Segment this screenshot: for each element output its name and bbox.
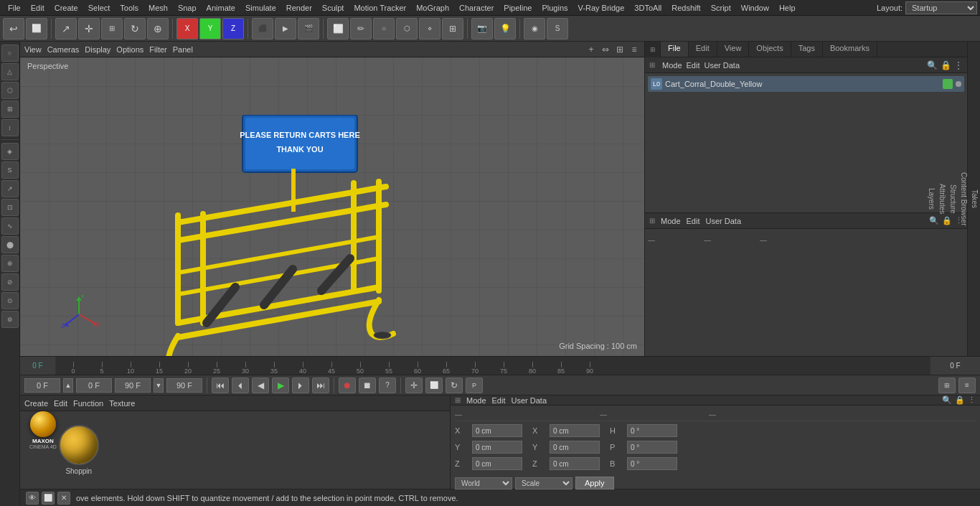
- attr-sub-mode[interactable]: Mode: [661, 217, 681, 225]
- attr-pos-y[interactable]: [472, 441, 522, 454]
- y-axis-button[interactable]: Y: [199, 18, 221, 39]
- menu-simulate[interactable]: Simulate: [240, 2, 281, 14]
- rvt-takes[interactable]: Takes: [969, 184, 980, 214]
- attr-size-z[interactable]: [550, 457, 600, 470]
- viewport-icon-4[interactable]: ≡: [628, 44, 640, 55]
- deformer-button[interactable]: ⋄: [419, 18, 440, 39]
- light-button[interactable]: 💡: [494, 18, 516, 39]
- viewport-icon-3[interactable]: ⊞: [614, 44, 626, 55]
- rp-tab-edit[interactable]: Edit: [689, 42, 717, 57]
- sidebar-mode-5[interactable]: ↕: [1, 119, 19, 136]
- sidebar-tool-1[interactable]: ◈: [1, 143, 19, 160]
- attr-rot-p[interactable]: [627, 441, 677, 454]
- rp-tab-objects[interactable]: Objects: [749, 42, 791, 57]
- mat-create[interactable]: Create: [24, 399, 48, 408]
- pb-settings-button[interactable]: ≡: [958, 378, 976, 393]
- transform-select[interactable]: Scale Position Rotation: [515, 477, 573, 489]
- layout-select[interactable]: Startup: [905, 1, 977, 14]
- current-frame-input[interactable]: [24, 378, 60, 393]
- sidebar-tool-9[interactable]: ⊙: [1, 292, 19, 309]
- step-forward-button[interactable]: ⏵: [292, 378, 309, 393]
- array-button[interactable]: ⊞: [442, 18, 463, 39]
- menu-character[interactable]: Character: [454, 2, 499, 14]
- attr-more-icon[interactable]: ⋮: [968, 395, 976, 405]
- jump-start-button[interactable]: ⏮: [212, 378, 229, 393]
- rpt-mode[interactable]: Mode: [662, 61, 682, 70]
- status-cube-icon[interactable]: ⬜: [42, 492, 55, 505]
- viewport-icon-2[interactable]: ⇔: [600, 44, 611, 55]
- pb-grid-button[interactable]: ⊞: [938, 378, 956, 393]
- menu-help[interactable]: Help: [774, 2, 801, 14]
- rp-tab-tags[interactable]: Tags: [791, 42, 823, 57]
- apply-button[interactable]: Apply: [575, 477, 614, 489]
- attr-rot-h[interactable]: [627, 424, 677, 437]
- sidebar-tool-7[interactable]: ⊕: [1, 255, 19, 272]
- param-button[interactable]: P: [466, 378, 483, 393]
- viewport-canvas[interactable]: Perspective PLEASE RETURN CARTS HERE THA…: [20, 57, 644, 356]
- menu-vray[interactable]: V-Ray Bridge: [573, 2, 630, 14]
- menu-sculpt[interactable]: Sculpt: [317, 2, 349, 14]
- sidebar-tool-5[interactable]: ∿: [1, 217, 19, 235]
- sidebar-mode-2[interactable]: △: [1, 63, 19, 80]
- rvt-content-browser[interactable]: Content Browser: [958, 167, 969, 231]
- attr-rot-b[interactable]: [627, 457, 677, 470]
- sidebar-mode-4[interactable]: ⊞: [1, 100, 19, 118]
- frame-up-arrow[interactable]: ▲: [63, 378, 73, 393]
- mat-edit[interactable]: Edit: [54, 399, 67, 408]
- status-close-icon[interactable]: ✕: [57, 492, 70, 505]
- rpt-userdata[interactable]: User Data: [705, 61, 740, 70]
- attr-edit[interactable]: Edit: [492, 396, 506, 405]
- redo-button[interactable]: ⬜: [26, 18, 47, 39]
- menu-pipeline[interactable]: Pipeline: [499, 2, 537, 14]
- menu-render[interactable]: Render: [281, 2, 317, 14]
- rpt-edit[interactable]: Edit: [687, 61, 700, 70]
- jump-end-button[interactable]: ⏭: [312, 378, 329, 393]
- menu-file[interactable]: File: [3, 2, 26, 14]
- nurbs-tool-button[interactable]: ⬡: [396, 18, 418, 39]
- render-region-button[interactable]: ⬛: [252, 18, 273, 39]
- attr-lock-icon[interactable]: 🔒: [955, 395, 965, 405]
- pen-tool-button[interactable]: ✏: [350, 18, 372, 39]
- undo-button[interactable]: ↩: [3, 18, 24, 39]
- vp-menu-cameras[interactable]: Cameras: [47, 45, 80, 54]
- viewport-icon-1[interactable]: +: [585, 44, 597, 55]
- vp-menu-options[interactable]: Options: [116, 45, 143, 54]
- texture-button[interactable]: S: [547, 18, 568, 39]
- vp-menu-display[interactable]: Display: [85, 45, 110, 54]
- frame-down-arrow[interactable]: ▼: [154, 378, 164, 393]
- material-button[interactable]: ◉: [524, 18, 545, 39]
- sidebar-tool-4[interactable]: ⊡: [1, 199, 19, 216]
- x-axis-button[interactable]: X: [176, 18, 198, 39]
- sidebar-tool-2[interactable]: S: [1, 161, 19, 179]
- select-tool-button[interactable]: ↗: [55, 18, 77, 39]
- menu-mesh[interactable]: Mesh: [143, 2, 173, 14]
- menu-edit[interactable]: Edit: [26, 2, 50, 14]
- spline-tool-button[interactable]: ○: [373, 18, 395, 39]
- attr-sub-userdata[interactable]: User Data: [706, 217, 742, 225]
- rotate-tool-button[interactable]: ↻: [124, 18, 146, 39]
- object-row[interactable]: L0 Cart_Corral_Double_Yellow: [648, 76, 964, 92]
- attr-userdata[interactable]: User Data: [512, 396, 547, 405]
- select-playback-button[interactable]: ⬜: [425, 378, 443, 393]
- material-item-shoppin[interactable]: Shoppin: [59, 425, 99, 475]
- menu-select[interactable]: Select: [83, 2, 116, 14]
- sidebar-tool-10[interactable]: ⊚: [1, 311, 19, 328]
- menu-animate[interactable]: Animate: [202, 2, 240, 14]
- attr-pos-z[interactable]: [472, 457, 522, 470]
- vp-menu-view[interactable]: View: [24, 45, 42, 54]
- help-button[interactable]: ?: [379, 378, 396, 393]
- rpt-lock-icon[interactable]: 🔒: [941, 60, 951, 70]
- record-button[interactable]: ⏺: [339, 378, 356, 393]
- attr-mode[interactable]: Mode: [466, 396, 486, 405]
- status-eye-icon[interactable]: 👁: [26, 492, 39, 505]
- cube-object-button[interactable]: ⬜: [327, 18, 349, 39]
- play-button[interactable]: ▶: [272, 378, 289, 393]
- move-tool-button[interactable]: ✛: [78, 18, 100, 39]
- sidebar-tool-6[interactable]: ⬤: [1, 236, 19, 253]
- menu-mograph[interactable]: MoGraph: [411, 2, 454, 14]
- render-picture-viewer-button[interactable]: 🎬: [298, 18, 319, 39]
- rotate-playback-button[interactable]: ↻: [446, 378, 463, 393]
- play-reverse-button[interactable]: ◀: [252, 378, 269, 393]
- rvt-structure[interactable]: Structure: [948, 179, 958, 220]
- move-playback-button[interactable]: ✛: [405, 378, 423, 393]
